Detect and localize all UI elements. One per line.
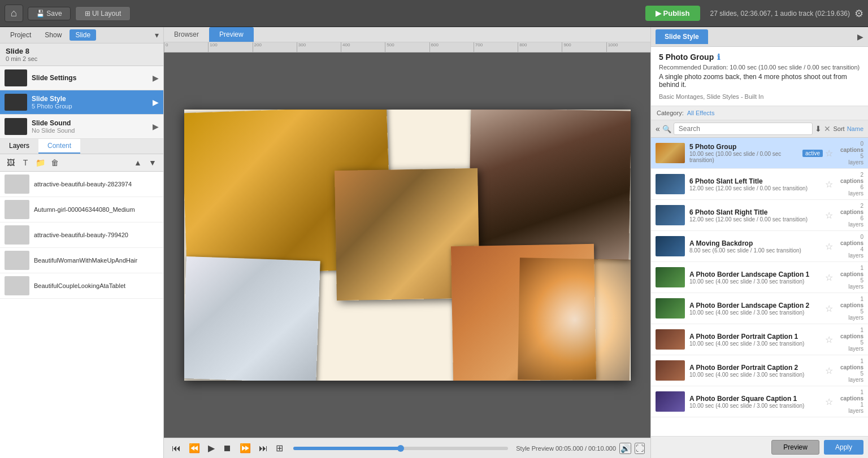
tab-project[interactable]: Project (5, 29, 37, 41)
tab-browser[interactable]: Browser (164, 27, 209, 42)
search-icon: 🔍 (662, 125, 671, 133)
tab-slide[interactable]: Slide (70, 29, 96, 41)
list-item[interactable]: Autumn-girl-000046344080_Medium (0, 197, 163, 223)
list-item[interactable]: attractive-beautiful-beauty-799420 (0, 223, 163, 248)
progress-handle[interactable] (397, 445, 404, 452)
star-6slantright[interactable]: ☆ (825, 210, 833, 221)
home-button[interactable]: ⌂ (5, 5, 23, 22)
style-expand[interactable]: ▶ (153, 98, 159, 107)
list-item[interactable]: attractive-beautiful-beauty-2823974 (0, 172, 163, 197)
image-name: Autumn-girl-000046344080_Medium (34, 206, 135, 213)
effect-item-5photo[interactable]: 5 Photo Group 10.00 sec (10.00 sec slide… (651, 138, 868, 169)
search-input[interactable] (674, 123, 813, 135)
image-thumb (5, 225, 29, 245)
text-icon[interactable]: T (19, 156, 32, 169)
effect-item-6slantleft[interactable]: 6 Photo Slant Left Title 12.00 sec (12.0… (651, 169, 868, 200)
image-thumb (5, 251, 29, 270)
skip-start-button[interactable]: ⏮ (170, 442, 183, 455)
style-builtin: Basic Montages, Slide Styles - Built In (659, 93, 860, 100)
slide-tabs: Project Show Slide ▾ (0, 27, 163, 43)
effect-item-border-land-2[interactable]: A Photo Border Landscape Caption 2 10.00… (651, 293, 868, 324)
content-tabs: Layers Content (0, 139, 163, 154)
star-border-port-2[interactable]: ☆ (825, 365, 833, 376)
back-button[interactable]: « (656, 124, 660, 133)
clear-search-button[interactable]: ✕ (824, 124, 831, 133)
publish-button[interactable]: ▶ Publish (645, 6, 700, 21)
download-icon[interactable]: ⬇ (815, 124, 822, 133)
star-border-land-2[interactable]: ☆ (825, 303, 833, 314)
tab-content[interactable]: Content (38, 139, 80, 154)
tab-layers[interactable]: Layers (0, 139, 38, 154)
image-thumb (5, 175, 29, 194)
effect-thumb-5photo (656, 143, 685, 163)
apply-button[interactable]: Apply (824, 440, 863, 455)
category-value[interactable]: All Effects (687, 110, 715, 116)
effect-item-border-port-2[interactable]: A Photo Border Portrait Caption 2 10.00 … (651, 355, 868, 386)
trash-icon[interactable]: 🗑 (49, 156, 61, 169)
fullscreen-left-button[interactable]: ⊞ (274, 442, 285, 455)
style-description: A single photo zooms back, then 4 more p… (659, 73, 860, 89)
play-button[interactable]: ▶ (206, 442, 217, 455)
skip-end-button[interactable]: ⏭ (257, 442, 270, 455)
step-forward-button[interactable]: ⏩ (237, 442, 253, 455)
right-panel-arrow[interactable]: ▶ (857, 32, 863, 41)
star-border-sq-1[interactable]: ☆ (825, 396, 833, 407)
sort-value[interactable]: Name (847, 125, 863, 132)
settings-expand[interactable]: ▶ (153, 73, 159, 82)
preview-canvas (184, 110, 631, 381)
slide-option-settings[interactable]: Slide Settings ▶ (0, 66, 163, 90)
topbar-settings-button[interactable]: ⚙ (854, 7, 863, 20)
effect-thumb-border-port-2 (656, 360, 685, 381)
style-title: 5 Photo Group (659, 53, 714, 62)
tab-show[interactable]: Show (39, 29, 67, 41)
image-list: attractive-beautiful-beauty-2823974 Autu… (0, 172, 163, 458)
sound-expand[interactable]: ▶ (153, 122, 159, 131)
effect-thumb-6slantleft (656, 174, 685, 194)
preview-button[interactable]: Preview (771, 440, 819, 455)
slide-option-sound[interactable]: Slide Sound No Slide Sound ▶ (0, 115, 163, 139)
style-label: Slide Style (32, 95, 153, 103)
effect-item-border-land-1[interactable]: A Photo Border Landscape Caption 1 10.00… (651, 262, 868, 293)
tab-preview[interactable]: Preview (209, 27, 254, 42)
effects-list: 5 Photo Group 10.00 sec (10.00 sec slide… (651, 138, 868, 436)
star-border-port-1[interactable]: ☆ (825, 334, 833, 345)
slide-name: Slide 8 (6, 47, 158, 55)
info-icon[interactable]: ℹ (717, 53, 720, 62)
stop-button[interactable]: ⏹ (220, 442, 234, 455)
style-sublabel: 5 Photo Group (32, 103, 153, 110)
slide-info: Slide 8 0 min 2 sec (0, 43, 163, 66)
effect-item-border-port-1[interactable]: A Photo Border Portrait Caption 1 10.00 … (651, 324, 868, 355)
step-back-button[interactable]: ⏪ (186, 442, 202, 455)
recommended-duration: Recommended Duration: 10.00 sec (10.00 s… (659, 64, 860, 71)
star-border-land-1[interactable]: ☆ (825, 272, 833, 283)
image-name: attractive-beautiful-beauty-799420 (34, 232, 128, 238)
effect-item-moving[interactable]: A Moving Backdrop 8.00 sec (6.00 sec sli… (651, 231, 868, 262)
image-icon[interactable]: 🖼 (5, 156, 17, 169)
slidetab-arrow[interactable]: ▾ (155, 30, 159, 40)
star-5photo[interactable]: ☆ (825, 148, 833, 159)
effect-thumb-6slantright (656, 205, 685, 225)
slide-duration: 0 min 2 sec (6, 55, 158, 62)
volume-button[interactable]: 🔊 (619, 443, 631, 454)
slide-style-tab[interactable]: Slide Style (656, 29, 708, 44)
move-down-icon[interactable]: ▼ (146, 156, 159, 169)
slide-option-style[interactable]: Slide Style 5 Photo Group ▶ (0, 90, 163, 115)
playback-time: Style Preview 00:05.000 / 00:10.000 (516, 445, 616, 452)
progress-bar[interactable] (293, 447, 508, 450)
center-panel: Browser Preview 0 100 200 300 400 500 60… (164, 27, 650, 458)
folder-icon[interactable]: 📁 (34, 156, 46, 169)
effect-item-6slantright[interactable]: 6 Photo Slant Right Title 12.00 sec (12.… (651, 200, 868, 231)
browser-tabs: Browser Preview (164, 27, 650, 42)
effect-item-border-sq-1[interactable]: A Photo Border Square Caption 1 10.00 se… (651, 386, 868, 417)
category-label: Category: (657, 110, 684, 116)
star-moving[interactable]: ☆ (825, 241, 833, 252)
list-item[interactable]: BeautifulWomanWithMakeUpAndHair (0, 248, 163, 273)
move-up-icon[interactable]: ▲ (132, 156, 144, 169)
star-6slantleft[interactable]: ☆ (825, 179, 833, 190)
save-button[interactable]: 💾 Save (28, 7, 71, 20)
active-badge: active (802, 150, 823, 157)
uilayout-button[interactable]: ⊞ UI Layout (75, 6, 131, 21)
list-item[interactable]: BeautifulCoupleLookingAtaTablet (0, 273, 163, 299)
sound-sublabel: No Slide Sound (32, 127, 153, 134)
expand-button[interactable]: ⛶ (635, 443, 645, 454)
